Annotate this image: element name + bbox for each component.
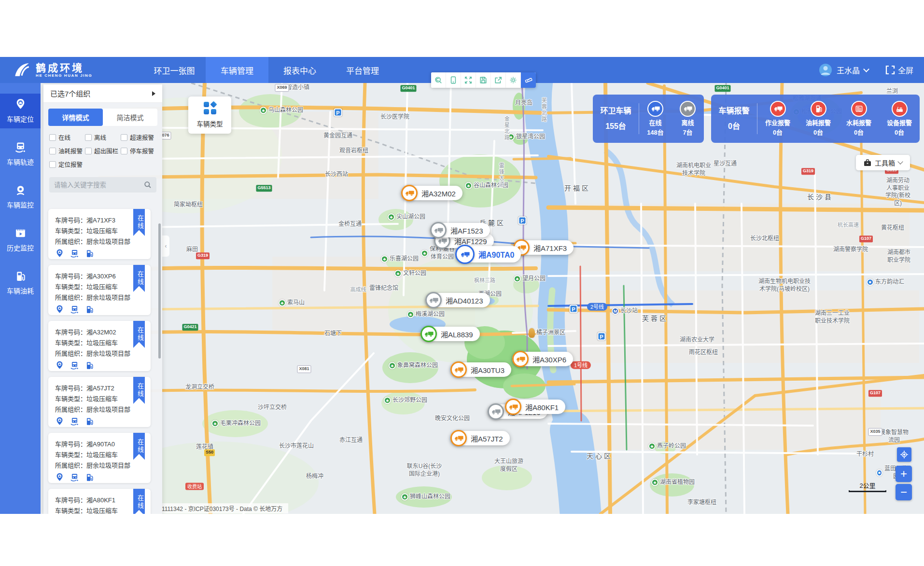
- app-window: 智造小镇 乌山森林公园 长沙医学院 黄金园互通 月亮岛 银星湾公园: [0, 0, 924, 566]
- fullscreen-button[interactable]: 全屏: [885, 64, 913, 76]
- filter-checkbox[interactable]: 离线: [85, 133, 121, 142]
- work-alarm-stat[interactable]: 作业报警 0台: [757, 101, 798, 137]
- fuel-alarm-stat[interactable]: 油耗报警 0台: [798, 101, 839, 137]
- rail-item-vehicle-fuel[interactable]: 车辆油耗: [0, 265, 41, 300]
- filter-checkbox[interactable]: 在线: [49, 133, 85, 142]
- vehicle-card[interactable]: 车牌号码：湘A80KF1 车辆类型：垃圾压缩车 所属组织：厨余垃圾项目部 在线: [48, 489, 151, 514]
- panel-scrollbar[interactable]: [158, 223, 161, 359]
- toolbox-button[interactable]: 工具箱: [856, 155, 910, 170]
- rail-item-history-monitor[interactable]: 历史监控: [0, 222, 41, 257]
- tab-detail-mode[interactable]: 详情模式: [48, 109, 103, 126]
- save-icon[interactable]: [476, 72, 491, 88]
- track-vehicle-icon[interactable]: [70, 417, 79, 426]
- scale-bar: [849, 490, 886, 492]
- expand-arrow-icon[interactable]: [152, 91, 155, 96]
- vehicle-card[interactable]: 车牌号码：湘A90TA0 车辆类型：垃圾压缩车 所属组织：厨余垃圾项目部 在线: [48, 433, 151, 483]
- search-input[interactable]: [54, 181, 144, 189]
- fuel-alarm-icon: [811, 101, 826, 117]
- vehicle-marker[interactable]: 湘A90TA0: [455, 246, 521, 262]
- circle-search-icon[interactable]: [431, 72, 446, 88]
- device-alarm-icon: [892, 101, 908, 117]
- zoom-in-button[interactable]: +: [896, 466, 912, 482]
- nav-tab-vehicle-mgmt[interactable]: 车辆管理: [206, 57, 268, 83]
- locate-vehicle-icon[interactable]: [55, 417, 64, 426]
- measure-icon[interactable]: [521, 72, 536, 88]
- checkbox-icon[interactable]: [49, 161, 56, 168]
- filter-checkbox[interactable]: 定位报警: [49, 160, 85, 169]
- vehicle-type-button[interactable]: 车辆类型: [188, 97, 231, 134]
- checkbox-icon[interactable]: [49, 134, 56, 141]
- vehicle-marker[interactable]: 湘A32M02: [401, 186, 462, 200]
- vehicle-marker[interactable]: 湘AD40123: [425, 293, 490, 307]
- rail-item-vehicle-location[interactable]: 车辆定位: [0, 94, 41, 128]
- fuel-alarm-label: 油耗报警: [806, 119, 831, 127]
- online-stat[interactable]: 在线 148台: [639, 101, 672, 137]
- tablet-icon[interactable]: [446, 72, 461, 88]
- search-icon[interactable]: [144, 181, 152, 189]
- track-vehicle-icon[interactable]: [70, 249, 79, 258]
- filter-checkbox[interactable]: 油耗报警: [49, 146, 85, 155]
- type-label: 车辆类型：: [55, 507, 86, 514]
- user-name[interactable]: 王水晶: [837, 64, 860, 76]
- fuel-vehicle-icon[interactable]: [85, 361, 94, 370]
- vehicle-marker[interactable]: 湘A30XP6: [512, 352, 573, 366]
- panel-collapse-handle[interactable]: [162, 235, 169, 257]
- nav-tab-reports[interactable]: 报表中心: [268, 57, 331, 83]
- track-vehicle-icon[interactable]: [70, 305, 79, 314]
- checkbox-icon[interactable]: [85, 134, 92, 141]
- checkbox-icon[interactable]: [121, 134, 127, 141]
- track-vehicle-icon[interactable]: [70, 473, 79, 482]
- user-avatar[interactable]: [819, 63, 832, 77]
- road-shield: X069: [275, 84, 289, 92]
- road-shield: G107: [868, 390, 882, 397]
- type-value: 垃圾压缩车: [86, 283, 118, 290]
- vehicle-card[interactable]: 车牌号码：湘A30XP6 车辆类型：垃圾压缩车 所属组织：厨余垃圾项目部 在线: [48, 265, 151, 315]
- vehicle-card[interactable]: 车牌号码：湘A57JT2 车辆类型：垃圾压缩车 所属组织：厨余垃圾项目部 在线: [48, 377, 151, 427]
- device-alarm-stat[interactable]: 设备报警 0台: [879, 101, 920, 137]
- zoom-out-button[interactable]: −: [896, 484, 912, 500]
- locate-icon: [900, 450, 909, 459]
- nav-tab-platform[interactable]: 平台管理: [331, 57, 394, 83]
- fuel-vehicle-icon[interactable]: [85, 473, 94, 482]
- fuel-vehicle-icon[interactable]: [85, 305, 94, 314]
- rail-item-vehicle-track[interactable]: 车辆轨迹: [0, 137, 41, 171]
- tab-simple-mode[interactable]: 简洁模式: [103, 109, 157, 126]
- vehicle-marker[interactable]: 湘A30TU3: [450, 362, 511, 377]
- checkbox-icon[interactable]: [121, 148, 127, 154]
- export-icon[interactable]: [491, 72, 506, 88]
- fuel-vehicle-icon[interactable]: [85, 417, 94, 426]
- nav-tab-overview[interactable]: 环卫一张图: [143, 57, 206, 83]
- track-vehicle-icon[interactable]: [70, 361, 79, 370]
- work-alarm-label: 作业报警: [765, 119, 790, 127]
- vehicle-type-icon: [204, 102, 216, 114]
- vehicle-card[interactable]: 车牌号码：湘A71XF3 车辆类型：垃圾压缩车 所属组织：厨余垃圾项目部 在线: [48, 209, 151, 259]
- rail-item-vehicle-monitor[interactable]: 车辆监控: [0, 179, 41, 214]
- filter-checkbox[interactable]: 停车报警: [121, 146, 156, 155]
- water-alarm-stat[interactable]: 水耗报警 0台: [839, 101, 879, 137]
- locate-vehicle-icon[interactable]: [55, 473, 64, 482]
- vehicle-marker[interactable]: 湘A57JT2: [450, 431, 510, 445]
- checkbox-icon[interactable]: [85, 148, 92, 154]
- vehicle-marker[interactable]: 湘A71XF3: [513, 240, 574, 255]
- expand-icon[interactable]: [461, 72, 476, 88]
- org-label: 所属组织：: [55, 462, 86, 469]
- locate-button[interactable]: [897, 447, 911, 462]
- offline-stat[interactable]: 离线 7台: [672, 101, 704, 137]
- map-canvas[interactable]: 智造小镇 乌山森林公园 长沙医学院 黄金园互通 月亮岛 银星湾公园: [41, 83, 924, 514]
- fuel-vehicle-icon[interactable]: [85, 249, 94, 258]
- vehicle-panel: 已选7个组织 详情模式 简洁模式 在线 离线 超速报警: [43, 84, 162, 514]
- checkbox-icon[interactable]: [49, 148, 56, 154]
- locate-vehicle-icon[interactable]: [55, 361, 64, 370]
- settings-icon[interactable]: [506, 72, 521, 88]
- filter-checkbox[interactable]: 超出围栏: [85, 146, 121, 155]
- vehicle-marker[interactable]: 湘A80KF1: [505, 400, 565, 414]
- water-alarm-value: 0台: [854, 128, 864, 137]
- org-header[interactable]: 已选7个组织: [43, 84, 162, 103]
- vehicle-marker[interactable]: 湘AL8839: [420, 327, 480, 341]
- chevron-down-icon[interactable]: [863, 66, 869, 72]
- filter-checkbox[interactable]: 超速报警: [121, 133, 156, 142]
- vehicle-card[interactable]: 车牌号码：湘A32M02 车辆类型：垃圾压缩车 所属组织：厨余垃圾项目部 在线: [48, 321, 151, 371]
- vehicle-marker[interactable]: 湘AF1523: [430, 223, 490, 237]
- locate-vehicle-icon[interactable]: [55, 249, 64, 258]
- locate-vehicle-icon[interactable]: [55, 305, 64, 314]
